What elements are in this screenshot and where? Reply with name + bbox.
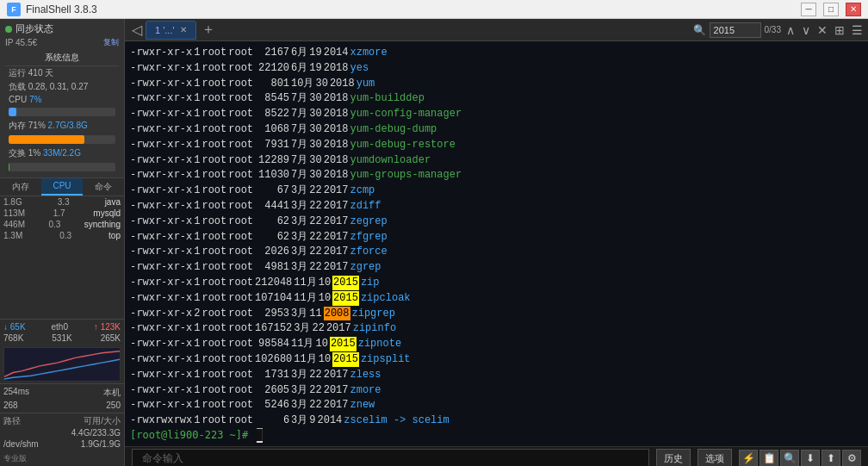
terminal-line: -rwxr-xr-x 1 root root 8545 7月 30 2018 y… <box>130 90 863 106</box>
net-stats: ↓ 65K eth0 ↑ 123K 768K 531K 265K <box>0 319 124 345</box>
history-button[interactable]: 历史 <box>656 449 691 466</box>
title-bar: F FinalShell 3.8.3 ─ □ ✕ <box>0 0 868 19</box>
sidebar-top: 同步状态 IP 45.5€ 复制 系统信息 运行 410 天 负载 0.28, … <box>0 19 124 178</box>
mem-bar-container <box>5 133 119 146</box>
quick-upload-button[interactable]: ⬆ <box>822 450 840 466</box>
terminal-tab[interactable]: 1 '...' ✕ <box>146 21 196 40</box>
net-row: ↓ 65K eth0 ↑ 123K <box>3 321 121 332</box>
run-time: 运行 410 天 <box>5 66 119 80</box>
terminal-line: -rwxr-xr-x 1 root root 8522 7月 30 2018 y… <box>130 106 863 121</box>
sync-label: 同步状态 <box>16 22 53 35</box>
swap-bar <box>9 163 115 171</box>
nav-back-button[interactable]: ◁ <box>128 22 146 38</box>
terminal-prompt: [root@li900-223 ~]# █ <box>130 428 863 443</box>
app-icon: F <box>7 3 21 16</box>
cpu-bar-fill <box>9 108 16 116</box>
copy-button[interactable]: 复制 <box>103 37 119 48</box>
disk-header: 路径 可用/大小 <box>3 415 121 427</box>
list-item: 1.8G 3.3 java <box>0 196 124 208</box>
tab-label: 1 '...' <box>155 25 175 35</box>
mem-stat: 内存 71% 2.7G/3.8G <box>5 119 119 133</box>
cpu-bar <box>9 108 115 116</box>
net-down: ↓ 65K <box>3 322 26 332</box>
terminal-line: -rwxr-xr-x 1 root root 2167 6月 19 2014 x… <box>130 45 863 60</box>
quick-copy-button[interactable]: 📋 <box>760 450 778 466</box>
quick-buttons: ⚡ 📋 🔍 ⬇ ⬆ ⚙ <box>739 450 861 466</box>
terminal-line: -rwxr-xr-x 1 root root 22120 6月 19 2018 … <box>130 60 863 76</box>
terminal-line: -rwxr-xr-x 1 root root 102680 11月 10 201… <box>130 351 863 367</box>
terminal-line: -rwxr-xr-x 1 root root 2026 3月 22 2017 z… <box>130 244 863 259</box>
terminal-line: -rwxr-xr-x 1 root root 62 3月 22 2017 zeg… <box>130 214 863 229</box>
edition-label: 专业版 <box>0 451 124 466</box>
net-iface: eth0 <box>51 322 67 332</box>
maximize-button[interactable]: □ <box>823 3 839 16</box>
list-view-button[interactable]: ☰ <box>850 23 865 37</box>
terminal-line: -rwxr-xr-x 1 root root 12289 7月 30 2018 … <box>130 152 863 168</box>
tab-bar-right: 🔍 0/33 ∧ ∨ ✕ ⊞ ☰ <box>693 22 865 38</box>
terminal-pane: ◁ 1 '...' ✕ ＋ 🔍 0/33 ∧ ∨ ✕ ⊞ ☰ <box>125 19 868 466</box>
net-graph <box>3 347 121 382</box>
terminal-line: -rwxr-xr-x 1 root root 801 10月 30 2018 y… <box>130 76 863 91</box>
cpu-stat: CPU 7% <box>5 94 119 105</box>
terminal-line: -rwxr-xr-x 1 root root 7931 7月 30 2018 y… <box>130 137 863 152</box>
latency-stats: 254ms 本机 268 250 <box>0 383 124 413</box>
tab-cpu[interactable]: CPU <box>41 178 83 196</box>
tab-command[interactable]: 命令 <box>83 178 124 196</box>
sys-info-label: 系统信息 <box>5 50 119 66</box>
sync-status: 同步状态 <box>5 22 119 35</box>
terminal-line: -rwxr-xr-x 1 root root 11030 7月 30 2018 … <box>130 167 863 183</box>
cpu-bar-container <box>5 105 119 119</box>
title-bar-left: F FinalShell 3.8.3 <box>7 3 97 16</box>
main-layout: 同步状态 IP 45.5€ 复制 系统信息 运行 410 天 负载 0.28, … <box>0 19 868 466</box>
mem-bar-fill <box>9 135 84 144</box>
net-up: ↑ 123K <box>94 322 121 332</box>
net-row-vals: 768K 531K 265K <box>3 332 121 344</box>
disk-stats: 路径 可用/大小 4.4G/233.3G /dev/shm 1.9G/1.9G <box>0 413 124 451</box>
terminal-output: -rwxr-xr-x 1 root root 2167 6月 19 2014 x… <box>125 41 868 446</box>
ip-row: IP 45.5€ 复制 <box>5 35 119 50</box>
terminal-line: -rwxr-xr-x 1 root root 4981 3月 22 2017 z… <box>130 259 863 275</box>
terminal-line: -rwxr-xr-x 1 root root 167152 3月 22 2017… <box>130 320 863 336</box>
prev-result-button[interactable]: ∧ <box>784 23 797 37</box>
terminal-line: -rwxr-xr-x 1 root root 1068 7月 30 2018 y… <box>130 121 863 137</box>
quick-download-button[interactable]: ⬇ <box>801 450 820 466</box>
list-item: 446M 0.3 syncthing <box>0 219 124 230</box>
tab-memory[interactable]: 内存 <box>0 178 41 196</box>
option-button[interactable]: 选项 <box>698 449 732 466</box>
terminal-input-bar: 命令输入 历史 选项 ⚡ 📋 🔍 ⬇ ⬆ ⚙ <box>125 446 868 466</box>
close-button[interactable]: ✕ <box>846 3 861 16</box>
quick-lightning-button[interactable]: ⚡ <box>739 450 758 466</box>
list-item: 113M 1.7 mysqld <box>0 208 124 219</box>
terminal-line: -rwxr-xr-x 1 root root 67 3月 22 2017 zcm… <box>130 183 863 198</box>
minimize-button[interactable]: ─ <box>801 3 816 16</box>
load-avg: 负载 0.28, 0.31, 0.27 <box>5 80 119 94</box>
terminal-line: -rwxr-xr-x 1 root root 98584 11月 10 2015… <box>130 336 863 351</box>
sidebar-tabs: 内存 CPU 命令 <box>0 178 124 196</box>
disk-row: 4.4G/233.3G <box>3 427 121 438</box>
terminal-line: -rwxrwxrwx 1 root root 6 3月 9 2014 zscel… <box>130 413 863 428</box>
grid-view-button[interactable]: ⊞ <box>833 23 846 37</box>
command-input[interactable] <box>132 449 649 466</box>
add-tab-button[interactable]: ＋ <box>198 21 219 39</box>
list-item: 1.3M 0.3 top <box>0 230 124 241</box>
app-title: FinalShell 3.8.3 <box>26 3 97 16</box>
ip-text: IP 45.5€ <box>5 38 37 47</box>
tab-bar: ◁ 1 '...' ✕ ＋ 🔍 0/33 ∧ ∨ ✕ ⊞ ☰ <box>125 19 868 41</box>
next-result-button[interactable]: ∨ <box>800 23 812 37</box>
terminal-line: -rwxr-xr-x 2 root root 2953 3月 11 2008 z… <box>130 306 863 321</box>
swap-stat: 交换 1% 33M/2.2G <box>5 146 119 160</box>
search-result: 0/33 <box>765 25 781 34</box>
terminal-line: -rwxr-xr-x 1 root root 4441 3月 22 2017 z… <box>130 198 863 214</box>
terminal-line: -rwxr-xr-x 1 root root 1731 3月 22 2017 z… <box>130 367 863 382</box>
close-search-button[interactable]: ✕ <box>815 23 829 37</box>
process-list: 1.8G 3.3 java 113M 1.7 mysqld 446M 0.3 s… <box>0 196 124 319</box>
search-icon: 🔍 <box>693 24 706 36</box>
sidebar: 同步状态 IP 45.5€ 复制 系统信息 运行 410 天 负载 0.28, … <box>0 19 125 466</box>
search-input[interactable] <box>710 22 761 38</box>
tab-close-icon[interactable]: ✕ <box>180 25 187 34</box>
disk-row: /dev/shm 1.9G/1.9G <box>3 438 121 450</box>
quick-settings-button[interactable]: ⚙ <box>842 450 861 466</box>
terminal-line: -rwxr-xr-x 1 root root 5246 3月 22 2017 z… <box>130 397 863 413</box>
quick-search-button[interactable]: 🔍 <box>780 450 799 466</box>
mem-bar <box>9 135 115 144</box>
